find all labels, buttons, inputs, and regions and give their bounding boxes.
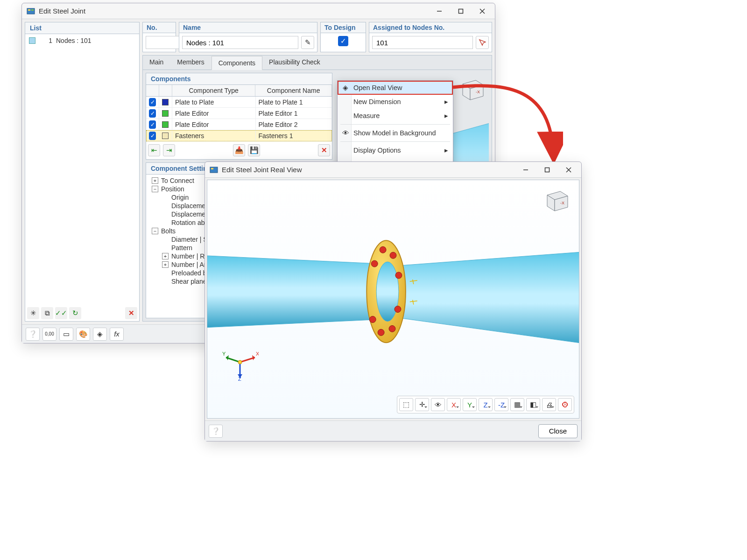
print-button[interactable]: 🖨	[542, 398, 556, 411]
expand-toggle-icon[interactable]: +	[162, 261, 169, 268]
components-table[interactable]: Component Type Component Name ✓ Plate to…	[146, 85, 332, 141]
minimize-button[interactable]	[515, 163, 536, 177]
close-button[interactable]	[472, 4, 493, 18]
nav-cube-icon[interactable]: -X	[542, 186, 571, 215]
save-button[interactable]: 💾	[248, 144, 260, 156]
tab-members[interactable]: Members	[170, 56, 211, 70]
list-toolbar: ✳ ⧉ ✓✓ ↻ ✕	[25, 305, 139, 321]
cube-icon: ◈	[341, 84, 350, 92]
row-checkbox[interactable]: ✓	[149, 132, 156, 140]
svg-point-24	[371, 260, 378, 267]
no-label: No.	[143, 22, 176, 33]
nav-cube-icon[interactable]: -X	[457, 75, 486, 104]
view-x-button[interactable]: X	[447, 398, 461, 411]
new-item-button[interactable]: ✳	[27, 307, 39, 319]
move-down-button[interactable]: ⇥	[163, 144, 175, 156]
help-button[interactable]: ❔	[26, 328, 40, 341]
render-button[interactable]: ◧	[526, 398, 540, 411]
list-item[interactable]: 1Nodes : 101	[25, 36, 139, 45]
window-title: Edit Steel Joint	[39, 7, 429, 15]
axis-style-button[interactable]: ✛	[415, 398, 429, 411]
svg-rect-15	[545, 168, 550, 172]
table-row[interactable]: ✓ Plate Editor Plate Editor 1	[146, 108, 332, 119]
function-button[interactable]: fx	[110, 328, 124, 341]
svg-text:Y: Y	[222, 351, 226, 357]
eye-icon: 👁	[341, 129, 350, 137]
svg-rect-1	[28, 9, 30, 11]
view-neg-z-button[interactable]: -Z	[494, 398, 508, 411]
chevron-right-icon: ▸	[444, 98, 448, 105]
magnet-button[interactable]: ⭙	[558, 398, 572, 411]
view-button[interactable]: ▭	[59, 328, 73, 341]
units-button[interactable]: 0,00	[42, 328, 56, 341]
menu-item-measure[interactable]: Measure▸	[338, 109, 453, 123]
menu-item-open-real-view[interactable]: ◈Open Real View	[338, 81, 453, 95]
field-row: No. Name ✎ To Design ✓ A	[142, 22, 492, 52]
menu-item-display-options[interactable]: Display Options▸	[338, 143, 453, 157]
delete-item-button[interactable]: ✕	[125, 307, 137, 319]
delete-component-button[interactable]: ✕	[318, 144, 330, 156]
view-iso-button[interactable]: ⬚	[399, 398, 413, 411]
col-name-header: Component Name	[255, 85, 332, 96]
move-up-button[interactable]: ⇤	[148, 144, 160, 156]
assigned-input[interactable]	[372, 36, 473, 49]
real-view-canvas[interactable]: -X X Y Z ⬚ ✛ 👁 X Y Z -Z ▦ ◧ 🖨	[207, 180, 579, 419]
menu-item-show-model-in-background[interactable]: 👁Show Model in Background	[338, 126, 453, 140]
row-checkbox[interactable]: ✓	[149, 120, 156, 129]
section-button[interactable]: ▦	[510, 398, 524, 411]
app-icon	[210, 166, 218, 174]
titlebar[interactable]: Edit Steel Joint Real View	[205, 162, 581, 178]
svg-text:X: X	[256, 351, 259, 357]
expand-toggle-icon[interactable]: −	[152, 228, 158, 234]
list-body[interactable]: 1Nodes : 101	[25, 34, 139, 305]
color-button[interactable]: 🎨	[76, 328, 90, 341]
svg-point-22	[380, 246, 386, 253]
open-real-view-shortcut-button[interactable]: ◈	[93, 328, 107, 341]
color-swatch-icon	[162, 121, 169, 128]
expand-toggle-icon[interactable]: +	[152, 177, 158, 184]
expand-toggle-icon[interactable]: +	[162, 253, 169, 259]
show-model-button[interactable]: 👁	[431, 398, 445, 411]
expand-toggle-icon[interactable]: −	[152, 186, 158, 192]
refresh-button[interactable]: ↻	[69, 307, 81, 319]
no-field-group: No.	[142, 22, 176, 52]
maximize-button[interactable]	[536, 163, 558, 177]
table-row[interactable]: ✓ Plate Editor Plate Editor 2	[146, 119, 332, 130]
name-label: Name	[179, 22, 317, 33]
tabstrip: MainMembersComponentsPlausibility Check	[142, 55, 492, 70]
app-icon	[27, 7, 35, 15]
svg-point-27	[395, 306, 401, 313]
name-input[interactable]	[182, 36, 298, 49]
pick-nodes-icon[interactable]	[476, 36, 489, 49]
name-field-group: Name ✎	[179, 22, 317, 52]
check-all-button[interactable]: ✓✓	[55, 307, 67, 319]
table-row[interactable]: ✓ Plate to Plate Plate to Plate 1	[146, 97, 332, 108]
close-button[interactable]	[558, 163, 579, 177]
menu-item-new-dimension[interactable]: New Dimension▸	[338, 95, 453, 109]
tab-components[interactable]: Components	[211, 56, 262, 70]
row-checkbox[interactable]: ✓	[149, 98, 156, 106]
row-checkbox[interactable]: ✓	[149, 109, 156, 118]
copy-item-button[interactable]: ⧉	[41, 307, 53, 319]
svg-text:Z: Z	[238, 376, 241, 381]
table-row[interactable]: ✓ Fasteners Fasteners 1	[146, 130, 332, 141]
todesign-checkbox[interactable]: ✓	[338, 36, 348, 46]
edit-name-icon[interactable]: ✎	[301, 36, 314, 49]
chevron-right-icon: ▸	[444, 112, 448, 119]
help-button[interactable]: ❔	[209, 425, 223, 438]
tab-plausibility-check[interactable]: Plausibility Check	[262, 56, 327, 70]
color-swatch-icon	[162, 133, 169, 139]
close-real-view-button[interactable]: Close	[538, 424, 578, 438]
view-z-button[interactable]: Z	[479, 398, 493, 411]
maximize-button[interactable]	[450, 4, 472, 18]
tab-main[interactable]: Main	[143, 56, 170, 70]
svg-rect-2	[31, 9, 34, 11]
minimize-button[interactable]	[429, 4, 450, 18]
svg-point-25	[395, 272, 402, 279]
titlebar[interactable]: Edit Steel Joint	[22, 3, 495, 19]
view-y-button[interactable]: Y	[463, 398, 477, 411]
assigned-label: Assigned to Nodes No.	[369, 22, 492, 33]
chevron-right-icon: ▸	[444, 147, 448, 154]
load-button[interactable]: 📥	[233, 144, 245, 156]
svg-point-23	[390, 252, 396, 259]
